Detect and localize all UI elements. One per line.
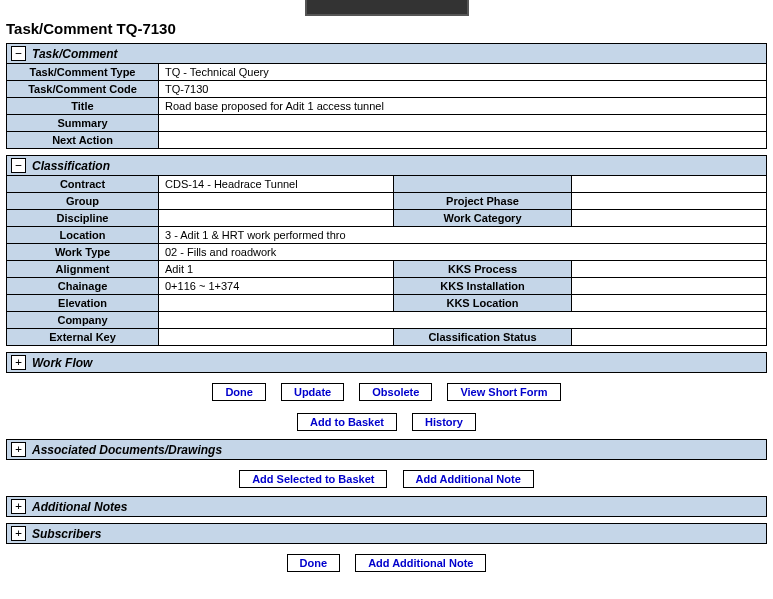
value-work-category [572, 210, 747, 226]
label-location: Location [7, 227, 159, 243]
label-project-phase: Project Phase [394, 193, 572, 209]
value-kks-process [572, 261, 747, 277]
table-row: Task/Comment Type TQ - Technical Query [7, 64, 766, 81]
value-kks-installation [572, 278, 747, 294]
table-row: Group Project Phase [7, 193, 766, 210]
expand-icon[interactable]: + [11, 355, 26, 370]
section-title: Additional Notes [32, 500, 127, 514]
value-summary [159, 115, 766, 131]
value-contract: CDS-14 - Headrace Tunnel [159, 176, 394, 192]
section-title: Work Flow [32, 356, 92, 370]
label-kks-location: KKS Location [394, 295, 572, 311]
workflow-button-row-2: Add to Basket History [6, 411, 767, 433]
label-next-action: Next Action [7, 132, 159, 148]
expand-icon[interactable]: + [11, 499, 26, 514]
table-row: Task/Comment Code TQ-7130 [7, 81, 766, 98]
label-classification-status: Classification Status [394, 329, 572, 345]
value-classification-status [572, 329, 747, 345]
label-empty [394, 176, 572, 192]
table-row: External Key Classification Status [7, 329, 766, 346]
value-project-phase [572, 193, 747, 209]
section-workflow-header: + Work Flow [6, 352, 767, 373]
table-row: Elevation KKS Location [7, 295, 766, 312]
value-external-key [159, 329, 394, 345]
view-short-form-button[interactable]: View Short Form [447, 383, 560, 401]
add-to-basket-button[interactable]: Add to Basket [297, 413, 397, 431]
table-row: Summary [7, 115, 766, 132]
table-row: Alignment Adit 1 KKS Process [7, 261, 766, 278]
table-row: Next Action [7, 132, 766, 149]
history-button[interactable]: History [412, 413, 476, 431]
section-assoc-docs-header: + Associated Documents/Drawings [6, 439, 767, 460]
label-kks-installation: KKS Installation [394, 278, 572, 294]
label-summary: Summary [7, 115, 159, 131]
section-title: Task/Comment [32, 47, 118, 61]
table-row: Title Road base proposed for Adit 1 acce… [7, 98, 766, 115]
classification-grid: Contract CDS-14 - Headrace Tunnel Group … [6, 176, 767, 346]
label-discipline: Discipline [7, 210, 159, 226]
add-additional-note-button[interactable]: Add Additional Note [355, 554, 486, 572]
value-company [159, 312, 766, 328]
label-type: Task/Comment Type [7, 64, 159, 80]
window-top-bar [305, 0, 469, 16]
section-classification-header: − Classification [6, 155, 767, 176]
label-external-key: External Key [7, 329, 159, 345]
label-contract: Contract [7, 176, 159, 192]
value-empty [572, 176, 747, 192]
value-kks-location [572, 295, 747, 311]
table-row: Contract CDS-14 - Headrace Tunnel [7, 176, 766, 193]
done-button[interactable]: Done [212, 383, 266, 401]
value-location: 3 - Adit 1 & HRT work performed thro [159, 227, 766, 243]
label-company: Company [7, 312, 159, 328]
section-task-comment-header: − Task/Comment [6, 43, 767, 64]
table-row: Discipline Work Category [7, 210, 766, 227]
page-title: Task/Comment TQ-7130 [6, 20, 767, 37]
value-code: TQ-7130 [159, 81, 766, 97]
value-type: TQ - Technical Query [159, 64, 766, 80]
label-work-category: Work Category [394, 210, 572, 226]
value-group [159, 193, 394, 209]
expand-icon[interactable]: + [11, 526, 26, 541]
section-subscribers-header: + Subscribers [6, 523, 767, 544]
table-row: Chainage 0+116 ~ 1+374 KKS Installation [7, 278, 766, 295]
section-title: Classification [32, 159, 110, 173]
label-work-type: Work Type [7, 244, 159, 260]
add-additional-note-button[interactable]: Add Additional Note [403, 470, 534, 488]
label-title: Title [7, 98, 159, 114]
value-elevation [159, 295, 394, 311]
assoc-docs-button-row: Add Selected to Basket Add Additional No… [6, 468, 767, 490]
value-next-action [159, 132, 766, 148]
expand-icon[interactable]: + [11, 442, 26, 457]
workflow-button-row: Done Update Obsolete View Short Form [6, 381, 767, 403]
value-alignment: Adit 1 [159, 261, 394, 277]
collapse-icon[interactable]: − [11, 46, 26, 61]
table-row: Company [7, 312, 766, 329]
value-chainage: 0+116 ~ 1+374 [159, 278, 394, 294]
obsolete-button[interactable]: Obsolete [359, 383, 432, 401]
value-title: Road base proposed for Adit 1 access tun… [159, 98, 766, 114]
value-work-type: 02 - Fills and roadwork [159, 244, 766, 260]
bottom-button-row: Done Add Additional Note [6, 552, 767, 574]
section-title: Subscribers [32, 527, 101, 541]
label-code: Task/Comment Code [7, 81, 159, 97]
label-group: Group [7, 193, 159, 209]
table-row: Location 3 - Adit 1 & HRT work performed… [7, 227, 766, 244]
collapse-icon[interactable]: − [11, 158, 26, 173]
task-comment-grid: Task/Comment Type TQ - Technical Query T… [6, 64, 767, 149]
section-additional-notes-header: + Additional Notes [6, 496, 767, 517]
add-selected-to-basket-button[interactable]: Add Selected to Basket [239, 470, 387, 488]
value-discipline [159, 210, 394, 226]
label-chainage: Chainage [7, 278, 159, 294]
table-row: Work Type 02 - Fills and roadwork [7, 244, 766, 261]
update-button[interactable]: Update [281, 383, 344, 401]
done-button[interactable]: Done [287, 554, 341, 572]
label-elevation: Elevation [7, 295, 159, 311]
label-kks-process: KKS Process [394, 261, 572, 277]
label-alignment: Alignment [7, 261, 159, 277]
section-title: Associated Documents/Drawings [32, 443, 222, 457]
